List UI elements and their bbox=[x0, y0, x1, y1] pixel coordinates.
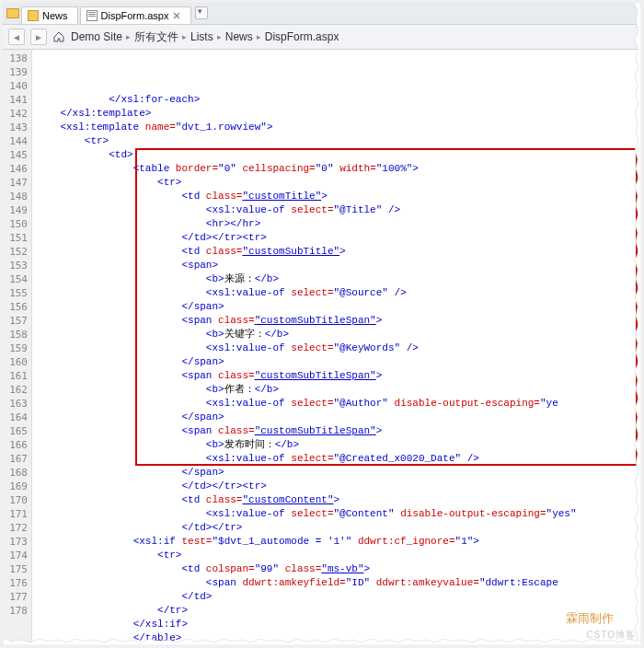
code-line[interactable]: <span class="customSubTitleSpan"> bbox=[36, 424, 641, 438]
code-line[interactable]: <xsl:value-of select="@KeyWords" /> bbox=[36, 341, 641, 355]
code-line[interactable]: <span class="customSubTitleSpan"> bbox=[36, 314, 641, 328]
breadcrumb: Demo Site ▸ 所有文件 ▸ Lists ▸ News ▸ DispFo… bbox=[71, 29, 339, 45]
tab-news[interactable]: News bbox=[21, 6, 78, 24]
code-editor[interactable]: 138 139 140 141 142 143 144 145 146 147 … bbox=[3, 50, 641, 646]
tab-label: DispForm.aspx bbox=[101, 10, 169, 21]
chevron-right-icon: ▸ bbox=[182, 32, 187, 41]
code-line[interactable]: <span ddwrt:amkeyfield="ID" ddwrt:amkeyv… bbox=[36, 576, 641, 590]
code-line[interactable]: <xsl:value-of select="@Title" /> bbox=[36, 203, 641, 217]
code-line[interactable]: <tr> bbox=[36, 134, 641, 148]
code-line[interactable]: </td> bbox=[36, 590, 641, 604]
code-line[interactable]: <xsl:value-of select="@Content" disable-… bbox=[36, 507, 641, 521]
code-line[interactable]: <b>发布时间：</b> bbox=[36, 438, 641, 452]
code-line[interactable]: </td></tr> bbox=[36, 521, 641, 535]
code-line[interactable]: <xsl:value-of select="@Author" disable-o… bbox=[36, 397, 641, 411]
chevron-right-icon: ▸ bbox=[217, 32, 222, 41]
code-line[interactable]: <tr> bbox=[36, 176, 641, 190]
tab-dispform[interactable]: DispForm.aspx bbox=[80, 6, 192, 24]
watermark-small: CSTO博客 bbox=[586, 629, 636, 642]
code-line[interactable]: </span> bbox=[36, 355, 641, 369]
code-line[interactable]: <td class="customContent"> bbox=[36, 493, 641, 507]
code-line[interactable]: <xsl:template name="dvt_1.rowview"> bbox=[36, 121, 641, 134]
breadcrumb-toolbar: ◄ ► Demo Site ▸ 所有文件 ▸ Lists ▸ News ▸ Di… bbox=[3, 25, 641, 50]
breadcrumb-item[interactable]: 所有文件 bbox=[134, 29, 178, 45]
code-line[interactable]: <td colspan="99" class="ms-vb"> bbox=[36, 562, 641, 576]
breadcrumb-item[interactable]: News bbox=[225, 30, 253, 43]
code-line[interactable]: <tr> bbox=[36, 549, 641, 562]
code-line[interactable]: <xsl:value-of select="@Source" /> bbox=[36, 286, 641, 300]
code-area[interactable]: </xsl:for-each> </xsl:template> <xsl:tem… bbox=[32, 50, 641, 646]
code-line[interactable]: <td class="customTitle"> bbox=[36, 190, 641, 203]
tab-overflow-button[interactable] bbox=[195, 6, 208, 19]
code-line[interactable]: <xsl:value-of select="@Created_x0020_Dat… bbox=[36, 452, 641, 466]
nav-fwd-button[interactable]: ► bbox=[30, 29, 47, 45]
chevron-right-icon: ▸ bbox=[257, 32, 261, 41]
code-line[interactable]: <b>关键字：</b> bbox=[36, 328, 641, 341]
code-line[interactable]: </span> bbox=[36, 411, 641, 424]
code-line[interactable]: <td class="customSubTitle"> bbox=[36, 245, 641, 259]
chevron-right-icon: ▸ bbox=[126, 32, 131, 41]
nav-back-button[interactable]: ◄ bbox=[8, 29, 25, 45]
code-line[interactable]: <b>作者：</b> bbox=[36, 383, 641, 397]
line-number-gutter: 138 139 140 141 142 143 144 145 146 147 … bbox=[3, 50, 32, 646]
code-line[interactable]: <xsl:if test="$dvt_1_automode = '1'" ddw… bbox=[36, 535, 641, 549]
code-line[interactable]: </xsl:if> bbox=[36, 618, 641, 631]
breadcrumb-item[interactable]: Demo Site bbox=[71, 30, 122, 43]
code-line[interactable]: <table border="0" cellspacing="0" width=… bbox=[36, 162, 641, 176]
folder-icon bbox=[6, 8, 19, 18]
folder-icon bbox=[28, 10, 39, 21]
code-line[interactable]: </span> bbox=[36, 466, 641, 480]
breadcrumb-item[interactable]: DispForm.aspx bbox=[265, 30, 339, 43]
watermark-text: 霖雨制作 bbox=[566, 610, 614, 627]
tab-bar: News DispForm.aspx bbox=[3, 3, 641, 25]
code-line[interactable]: <hr></hr> bbox=[36, 217, 641, 231]
code-line[interactable]: </table> bbox=[36, 631, 641, 645]
file-icon bbox=[86, 10, 98, 21]
code-line[interactable]: </td></tr><tr> bbox=[36, 480, 641, 493]
close-icon[interactable] bbox=[172, 11, 181, 20]
code-line[interactable]: </tr> bbox=[36, 604, 641, 618]
tab-label: News bbox=[42, 10, 68, 21]
code-line[interactable]: </xsl:template> bbox=[36, 107, 641, 121]
breadcrumb-item[interactable]: Lists bbox=[190, 30, 213, 43]
code-line[interactable]: <td> bbox=[36, 148, 641, 162]
code-line[interactable]: <span> bbox=[36, 259, 641, 272]
code-line[interactable]: </span> bbox=[36, 300, 641, 314]
code-line[interactable]: </xsl:for-each> bbox=[36, 93, 641, 107]
code-line[interactable]: <b>来源：</b> bbox=[36, 272, 641, 286]
code-line[interactable]: </td></tr><tr> bbox=[36, 231, 641, 245]
code-line[interactable]: <span class="customSubTitleSpan"> bbox=[36, 369, 641, 383]
home-icon[interactable] bbox=[52, 30, 65, 43]
